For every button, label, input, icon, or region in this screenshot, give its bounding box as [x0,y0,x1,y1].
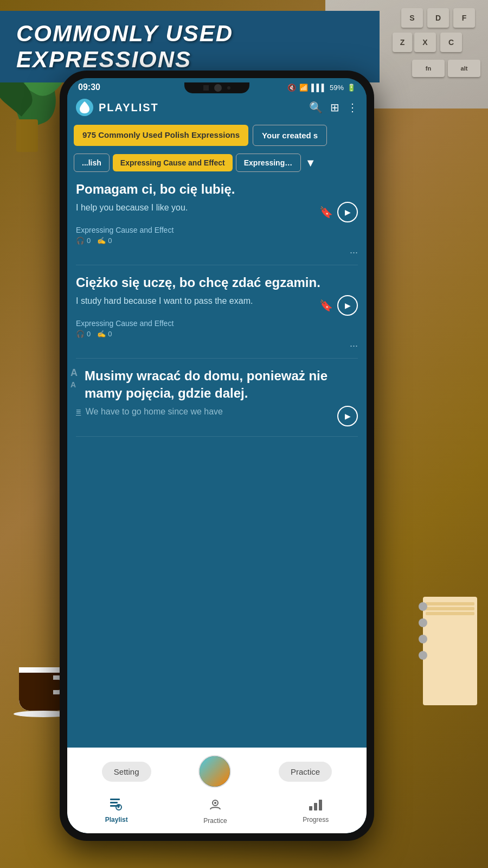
key-x: X [414,33,436,52]
key-s: S [401,8,423,28]
progress-nav-icon [309,799,322,814]
svg-rect-9 [319,800,322,810]
headphone-icon-0: 🎧 [76,237,85,245]
practice-stat-0: ✍ 0 [97,237,112,245]
phrase-stats-0: 🎧 0 ✍ 0 [76,237,358,245]
sub-tabs: ...lish Expressing Cause and Effect Expr… [67,150,367,175]
setting-button[interactable]: Setting [102,762,151,782]
svg-rect-2 [110,805,120,807]
practice-button[interactable]: Practice [279,762,332,782]
avatar-image [200,756,230,787]
playlist-nav-icon [110,799,123,814]
phrase-category-1: Expressing Cause and Effect [76,319,358,328]
mute-icon: 🔇 [287,84,296,92]
svg-point-6 [214,802,216,804]
svg-rect-8 [314,803,317,810]
phrase-polish-1: Ciężko się uczę, bo chcę zdać egzamin. [76,274,358,291]
phrase-row-2: ≡ We have to go home since we have ▶ [76,406,358,426]
sub-tabs-dropdown[interactable]: ▼ [305,157,316,169]
play-button-2[interactable]: ▶ [337,406,358,426]
sub-tab-0[interactable]: ...lish [74,154,110,172]
nav-label-practice: Practice [203,817,227,825]
key-fn: fn [412,60,445,77]
key-c: C [440,33,462,52]
phrase-actions-1: 🔖 ▶ [319,295,358,316]
nav-item-practice[interactable]: Practice [203,799,227,825]
listen-stat-0: 🎧 0 [76,237,91,245]
more-options-icon[interactable]: ⋮ [347,101,358,114]
nav-title: PLAYLIST [99,101,304,114]
search-icon[interactable]: 🔍 [309,101,323,114]
svg-rect-1 [110,802,118,803]
bookmark-icon-1[interactable]: 🔖 [319,299,333,312]
battery-text: 59% [330,84,344,92]
phrase-polish-0: Pomagam ci, bo cię lubię. [76,181,358,197]
avatar-button[interactable] [198,755,231,788]
phone-screen: 09:30 🔇 📶 ▌▌▌ 59% 🔋 PLAYLIST 🔍 ⊞ ⋮ 97 [67,78,367,833]
nav-item-progress[interactable]: Progress [303,799,329,825]
phrase-actions-0: 🔖 ▶ [319,202,358,222]
signal-icon: ▌▌▌ [311,84,326,92]
phone-frame: 09:30 🔇 📶 ▌▌▌ 59% 🔋 PLAYLIST 🔍 ⊞ ⋮ 97 [60,71,374,841]
svg-rect-0 [110,799,120,800]
phrase-english-0: I help you because I like you. [76,202,314,214]
key-alt: alt [448,60,480,77]
more-options-0[interactable]: ··· [76,247,358,258]
playlist-tab-1[interactable]: Your created s [253,125,327,146]
bottom-nav: Playlist Practice [67,793,367,833]
phrase-card-1: Ciężko się uczę, bo chcę zdać egzamin. I… [76,274,358,359]
key-z: Z [393,33,412,52]
bookmark-icon-0[interactable]: 🔖 [319,206,333,219]
practice-nav-icon [209,799,222,815]
nav-label-playlist: Playlist [105,816,128,824]
status-time: 09:30 [78,82,100,92]
app-logo [76,99,93,116]
bottom-controls: Setting Practice [67,748,367,833]
sub-tab-2[interactable]: Expressing Disap... [236,154,301,172]
notebook-decoration [423,597,477,705]
phrase-english-2: ≡ We have to go home since we have [76,406,332,418]
status-icons: 🔇 📶 ▌▌▌ 59% 🔋 [287,84,356,92]
key-f: F [453,8,475,28]
banner-title: COMMONLY USED EXPRESSIONS [16,21,233,72]
font-size-indicator-small: A [70,380,76,389]
practice-icon-1: ✍ [97,330,106,338]
phrase-actions-2: ▶ [337,406,358,426]
wifi-icon: 📶 [299,84,308,92]
practice-stat-1: ✍ 0 [97,330,112,338]
phrase-polish-2: Musimy wracać do domu, ponieważ nie mamy… [76,367,358,401]
nav-action-icons: 🔍 ⊞ ⋮ [309,101,358,114]
key-d: D [427,8,449,28]
play-button-1[interactable]: ▶ [337,295,358,316]
phrase-card-2: A A Musimy wracać do domu, ponieważ nie … [76,367,358,436]
phrase-row-1: I study hard because I want to pass the … [76,295,358,316]
listen-stat-1: 🎧 0 [76,330,91,338]
nav-label-progress: Progress [303,816,329,824]
battery-icon: 🔋 [347,84,356,92]
play-button-0[interactable]: ▶ [337,202,358,222]
fullscreen-icon[interactable]: ⊞ [330,101,339,114]
playlist-tab-0[interactable]: 975 Commonly Used Polish Expressions [74,125,248,146]
phrase-stats-1: 🎧 0 ✍ 0 [76,330,358,338]
nav-bar: PLAYLIST 🔍 ⊞ ⋮ [67,94,367,120]
practice-icon-0: ✍ [97,237,106,245]
phrase-category-0: Expressing Cause and Effect [76,226,358,234]
phrase-row-0: I help you because I like you. 🔖 ▶ [76,202,358,222]
font-size-indicator-large: A [70,367,78,379]
control-buttons-row: Setting Practice [67,748,367,793]
phrase-english-1: I study hard because I want to pass the … [76,295,314,307]
headphone-icon-1: 🎧 [76,330,85,338]
sub-tab-1[interactable]: Expressing Cause and Effect [113,154,233,171]
more-options-1[interactable]: ··· [76,340,358,352]
playlist-tabs: 975 Commonly Used Polish Expressions You… [67,120,367,150]
nav-item-playlist[interactable]: Playlist [105,799,128,825]
text-decoration-indicator: ≡ [76,407,81,416]
svg-rect-7 [309,806,312,810]
content-area[interactable]: Pomagam ci, bo cię lubię. I help you bec… [67,175,367,748]
phrase-card-0: Pomagam ci, bo cię lubię. I help you bec… [76,181,358,265]
